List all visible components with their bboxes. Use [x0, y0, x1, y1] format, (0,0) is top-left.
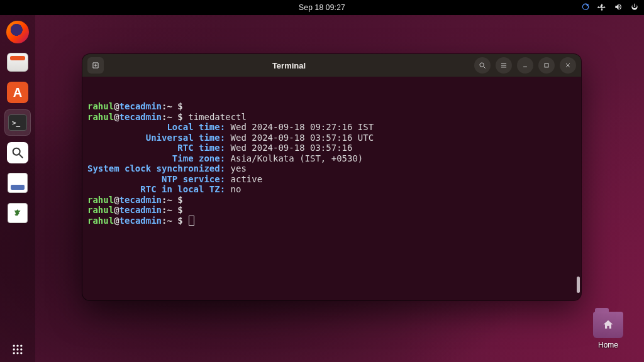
output-value: Wed 2024-09-18 09:27:16 IST	[225, 122, 374, 132]
prompt-sigil: $	[172, 112, 188, 122]
output-value: active	[225, 174, 262, 184]
terminal-line: rahul@tecadmin:~ $ timedatectl	[87, 112, 576, 123]
prompt-user: rahul	[87, 195, 114, 205]
output-label: Time zone:	[87, 153, 225, 163]
prompt-at: @	[114, 216, 119, 226]
svg-point-5	[13, 348, 15, 350]
maximize-button[interactable]	[538, 57, 555, 74]
prompt-user: rahul	[87, 205, 114, 215]
dock-terminal[interactable]	[4, 109, 31, 136]
minimize-button[interactable]	[517, 57, 533, 74]
svg-point-7	[20, 348, 22, 350]
hamburger-menu-button[interactable]	[496, 57, 512, 74]
close-button[interactable]	[560, 57, 576, 74]
files-icon	[7, 53, 28, 72]
output-row: System clock synchronized: yes	[87, 163, 576, 174]
output-row: NTP service: active	[87, 174, 576, 185]
output-label: RTC in local TZ:	[87, 184, 225, 194]
cursor	[189, 216, 194, 225]
output-row: Local time: Wed 2024-09-18 09:27:16 IST	[87, 122, 576, 133]
dock-show-apps[interactable]	[5, 337, 30, 362]
terminal-window: Terminal rahul@tecadmin:~ $ rahul@tecadm…	[82, 54, 581, 300]
output-label: System clock synchronized:	[87, 163, 225, 173]
prompt-user: rahul	[87, 216, 114, 226]
prompt-at: @	[114, 195, 119, 205]
svg-point-3	[16, 345, 18, 347]
desktop-home[interactable]: Home	[590, 312, 626, 349]
dock-trash[interactable]	[4, 200, 31, 226]
terminal-line: rahul@tecadmin:~ $	[87, 216, 576, 226]
desktop-home-label: Home	[590, 341, 626, 349]
volume-icon[interactable]	[614, 3, 623, 13]
disk-icon	[8, 173, 28, 193]
dock-disks[interactable]	[4, 170, 31, 196]
output-value: Wed 2024-09-18 03:57:16	[225, 143, 352, 153]
prompt-path: ~	[167, 195, 172, 205]
svg-point-9	[16, 352, 18, 354]
prompt-path: ~	[167, 112, 172, 122]
power-icon[interactable]	[630, 3, 639, 13]
terminal-line: rahul@tecadmin:~ $	[87, 205, 576, 216]
dock-software[interactable]	[4, 79, 31, 106]
svg-point-4	[20, 345, 22, 347]
top-panel: Sep 18 09:27	[0, 0, 644, 15]
terminal-body[interactable]: rahul@tecadmin:~ $ rahul@tecadmin:~ $ ti…	[82, 77, 581, 300]
output-row: RTC in local TZ: no	[87, 184, 576, 195]
output-label: NTP service:	[87, 174, 225, 184]
window-titlebar[interactable]: Terminal	[82, 54, 581, 77]
output-label: Universal time:	[87, 133, 225, 143]
software-icon	[7, 82, 28, 103]
network-icon[interactable]	[597, 3, 606, 13]
output-value: Wed 2024-09-18 03:57:16 UTC	[225, 133, 374, 143]
output-row: Universal time: Wed 2024-09-18 03:57:16 …	[87, 133, 576, 143]
dock	[0, 15, 35, 362]
svg-point-8	[13, 352, 15, 354]
svg-point-6	[16, 348, 18, 350]
prompt-sigil: $	[172, 205, 188, 215]
output-value: no	[225, 184, 241, 194]
recycle-icon	[8, 203, 28, 223]
prompt-path: ~	[167, 205, 172, 215]
prompt-host: tecadmin	[119, 195, 162, 205]
terminal-icon	[8, 114, 27, 131]
prompt-sigil: $	[172, 195, 188, 205]
prompt-user: rahul	[87, 112, 114, 122]
output-row: Time zone: Asia/Kolkata (IST, +0530)	[87, 153, 576, 164]
svg-point-0	[13, 148, 20, 155]
new-tab-button[interactable]	[87, 57, 104, 74]
dock-image-viewer[interactable]	[4, 140, 31, 166]
prompt-sigil: $	[172, 101, 188, 111]
svg-rect-20	[545, 63, 548, 67]
prompt-host: tecadmin	[119, 205, 162, 215]
scrollbar-thumb[interactable]	[577, 277, 580, 293]
prompt-host: tecadmin	[119, 112, 162, 122]
command: timedatectl	[188, 112, 247, 122]
prompt-host: tecadmin	[119, 216, 162, 226]
dock-files[interactable]	[4, 49, 31, 75]
prompt-path: ~	[167, 216, 172, 226]
window-title: Terminal	[109, 61, 469, 70]
dock-firefox[interactable]	[4, 19, 31, 45]
terminal-line: rahul@tecadmin:~ $	[87, 195, 576, 206]
panel-tray	[581, 0, 639, 15]
magnifier-icon	[7, 142, 28, 163]
output-value: yes	[225, 163, 247, 173]
firefox-icon	[6, 21, 29, 43]
terminal-line: rahul@tecadmin:~ $	[87, 101, 576, 112]
svg-point-14	[480, 63, 484, 67]
prompt-at: @	[114, 205, 119, 215]
svg-line-15	[484, 67, 486, 69]
output-row: RTC time: Wed 2024-09-18 03:57:16	[87, 143, 576, 153]
output-value: Asia/Kolkata (IST, +0530)	[225, 153, 363, 163]
output-label: RTC time:	[87, 143, 225, 153]
refresh-icon[interactable]	[581, 3, 590, 13]
panel-clock[interactable]: Sep 18 09:27	[299, 3, 345, 12]
search-button[interactable]	[474, 57, 491, 74]
prompt-user: rahul	[87, 101, 114, 111]
prompt-at: @	[114, 101, 119, 111]
prompt-at: @	[114, 112, 119, 122]
prompt-sigil: $	[172, 216, 188, 226]
prompt-host: tecadmin	[119, 101, 162, 111]
output-label: Local time:	[87, 122, 225, 132]
home-folder-icon	[593, 312, 623, 338]
